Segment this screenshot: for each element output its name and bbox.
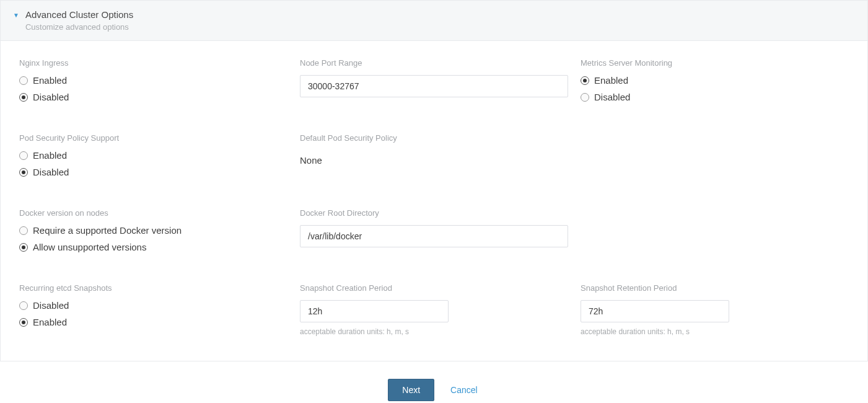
nginx-ingress-label: Nginx Ingress <box>19 58 287 68</box>
radio-label: Disabled <box>33 300 69 311</box>
panel-header[interactable]: ▼ Advanced Cluster Options Customize adv… <box>1 1 867 41</box>
psp-disabled-radio[interactable]: Disabled <box>19 167 287 177</box>
radio-icon <box>19 301 28 310</box>
snapshot-creation-hint: acceptable duration units: h, m, s <box>300 327 568 336</box>
advanced-cluster-panel: ▼ Advanced Cluster Options Customize adv… <box>0 0 868 361</box>
default-psp-select[interactable]: None <box>300 150 568 170</box>
docker-require-radio[interactable]: Require a supported Docker version <box>19 225 287 236</box>
snapshot-retention-hint: acceptable duration units: h, m, s <box>581 327 849 336</box>
radio-icon <box>581 76 589 85</box>
docker-version-label: Docker version on nodes <box>19 208 287 218</box>
metrics-server-field: Metrics Server Monitoring Enabled Disabl… <box>581 58 849 108</box>
radio-label: Enabled <box>594 75 628 86</box>
nginx-ingress-enabled-radio[interactable]: Enabled <box>19 75 287 86</box>
docker-root-label: Docker Root Directory <box>300 208 568 218</box>
radio-label: Enabled <box>33 150 67 161</box>
snapshot-retention-field: Snapshot Retention Period acceptable dur… <box>581 283 849 336</box>
radio-icon <box>581 93 589 102</box>
footer-actions: Next Cancel <box>0 361 868 403</box>
docker-version-field: Docker version on nodes Require a suppor… <box>19 208 287 259</box>
radio-label: Disabled <box>594 92 630 102</box>
panel-body: Nginx Ingress Enabled Disabled Node Port… <box>1 41 867 361</box>
etcd-disabled-radio[interactable]: Disabled <box>19 300 287 311</box>
radio-label: Require a supported Docker version <box>33 225 182 236</box>
metrics-server-enabled-radio[interactable]: Enabled <box>581 75 849 86</box>
metrics-server-label: Metrics Server Monitoring <box>581 58 849 68</box>
radio-icon <box>19 93 28 102</box>
snapshot-creation-label: Snapshot Creation Period <box>300 283 568 293</box>
nginx-ingress-disabled-radio[interactable]: Disabled <box>19 92 287 102</box>
psp-support-label: Pod Security Policy Support <box>19 133 287 143</box>
nginx-ingress-field: Nginx Ingress Enabled Disabled <box>19 58 287 108</box>
cancel-button[interactable]: Cancel <box>448 379 480 401</box>
panel-subtitle: Customize advanced options <box>25 22 133 32</box>
snapshot-creation-input[interactable] <box>300 300 449 322</box>
collapse-icon: ▼ <box>13 12 19 19</box>
radio-label: Allow unsupported versions <box>33 242 146 252</box>
radio-label: Enabled <box>33 75 67 86</box>
default-psp-label: Default Pod Security Policy <box>300 133 568 143</box>
radio-icon <box>19 226 28 235</box>
node-port-range-field: Node Port Range <box>300 58 568 108</box>
etcd-enabled-radio[interactable]: Enabled <box>19 317 287 327</box>
radio-icon <box>19 168 28 177</box>
docker-root-input[interactable] <box>300 225 568 247</box>
radio-icon <box>19 318 28 327</box>
metrics-server-disabled-radio[interactable]: Disabled <box>581 92 849 102</box>
node-port-range-label: Node Port Range <box>300 58 568 68</box>
radio-label: Disabled <box>33 167 69 177</box>
etcd-snapshots-field: Recurring etcd Snapshots Disabled Enable… <box>19 283 287 336</box>
snapshot-retention-label: Snapshot Retention Period <box>581 283 849 293</box>
radio-label: Disabled <box>33 92 69 102</box>
docker-root-field: Docker Root Directory <box>300 208 568 259</box>
radio-icon <box>19 243 28 252</box>
psp-enabled-radio[interactable]: Enabled <box>19 150 287 161</box>
radio-icon <box>19 76 28 85</box>
default-psp-field: Default Pod Security Policy None <box>300 133 568 184</box>
node-port-range-input[interactable] <box>300 75 568 97</box>
etcd-snapshots-label: Recurring etcd Snapshots <box>19 283 287 293</box>
psp-support-field: Pod Security Policy Support Enabled Disa… <box>19 133 287 184</box>
panel-title: Advanced Cluster Options <box>25 9 133 20</box>
snapshot-retention-input[interactable] <box>581 300 729 322</box>
docker-allow-radio[interactable]: Allow unsupported versions <box>19 242 287 252</box>
snapshot-creation-field: Snapshot Creation Period acceptable dura… <box>300 283 568 336</box>
radio-label: Enabled <box>33 317 67 327</box>
next-button[interactable]: Next <box>388 379 434 401</box>
radio-icon <box>19 151 28 160</box>
